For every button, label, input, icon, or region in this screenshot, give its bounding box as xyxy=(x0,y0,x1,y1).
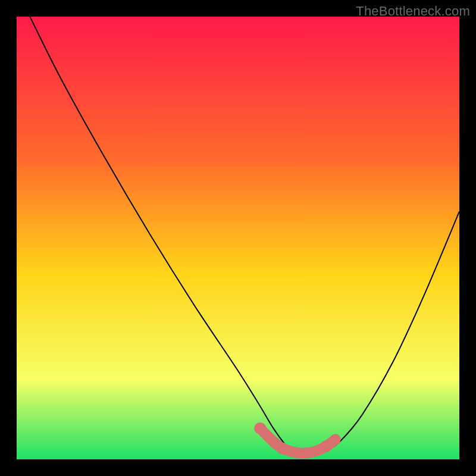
chart-container: TheBottleneck.com xyxy=(0,0,476,476)
optimal-range-dot xyxy=(276,442,288,454)
optimal-range-dot xyxy=(330,434,341,445)
watermark-text: TheBottleneck.com xyxy=(356,4,470,19)
optimal-range-dot xyxy=(254,422,266,434)
bottleneck-chart xyxy=(0,0,476,476)
gradient-plot-area xyxy=(17,17,459,459)
